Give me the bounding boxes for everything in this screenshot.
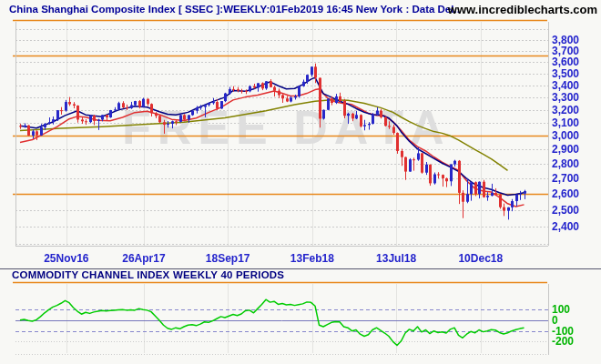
site-link[interactable]: www.incrediblecharts.com <box>448 3 597 16</box>
price-tick-label: 3,400 <box>552 79 579 92</box>
date-tick-label: 10Dec18 <box>458 252 503 265</box>
price-tick-label: 3,200 <box>552 104 579 116</box>
price-tick-label: 2,700 <box>552 172 579 185</box>
price-tick-label: 2,400 <box>552 220 579 233</box>
price-tick-label: 3,100 <box>552 116 579 129</box>
price-tick-label: 2,500 <box>552 204 579 217</box>
price-tick-label: 3,000 <box>552 129 579 142</box>
date-tick-label: 18Sep17 <box>206 252 250 265</box>
price-tick-label: 3,500 <box>552 67 579 80</box>
date-tick-label: 13Feb18 <box>290 252 334 265</box>
cci-tick-label: -200 <box>552 335 574 348</box>
price-cci-chart-canvas <box>0 0 601 364</box>
date-tick-label: 26Apr17 <box>122 252 165 265</box>
price-tick-label: 2,900 <box>552 143 579 156</box>
price-tick-label: 2,800 <box>552 157 579 170</box>
price-tick-label: 3,300 <box>552 91 579 104</box>
chart-title: China Shanghai Composite Index [ SSEC ]:… <box>9 4 460 15</box>
price-tick-label: 2,600 <box>552 187 579 200</box>
stock-chart-window: China Shanghai Composite Index [ SSEC ]:… <box>0 0 601 364</box>
cci-indicator-title: COMMODITY CHANNEL INDEX WEEKLY 40 PERIOD… <box>12 269 284 280</box>
date-tick-label: 13Jul18 <box>376 252 416 265</box>
date-tick-label: 25Nov16 <box>44 252 88 265</box>
